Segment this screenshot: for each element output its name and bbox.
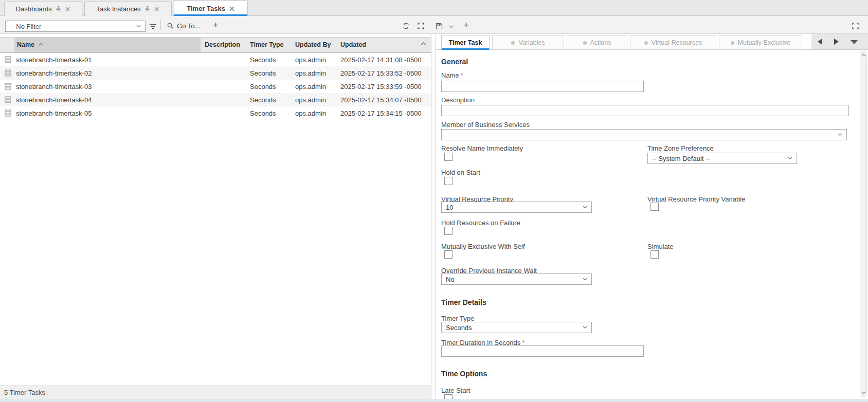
name-field[interactable] [441,81,644,92]
timer-duration-in-seconds-field[interactable] [441,345,644,357]
tab-picker-icon[interactable] [851,40,858,44]
tab-mutually-exclusive[interactable]: Mutually Exclusive [719,35,802,50]
hold-resources-on-failure-checkbox[interactable] [444,227,453,235]
member-of-business-services-field[interactable] [441,129,847,140]
name-label: Name* [441,71,463,79]
chevron-down-icon [136,25,141,28]
close-icon[interactable]: ✕ [229,5,235,12]
cell-updated: 2025-02-17 15:33:59 -0500 [340,83,422,90]
time-zone-preference-select[interactable]: -- System Default -- [647,153,797,164]
tab-timer-task[interactable]: Timer Task [441,35,490,50]
column-header-name[interactable]: Name [17,41,43,48]
add-filter-icon[interactable]: + [213,20,219,30]
app-window: Dashboards ✕ Task Instances ✕ Timer Task… [0,0,868,402]
cell-updated: 2025-02-17 15:34:07 -0500 [340,96,422,104]
resolve-name-immediately-checkbox[interactable] [444,153,453,161]
filter-value: -- No Filter -- [10,23,48,30]
cell-timer-type: Seconds [250,56,276,64]
cell-name: stonebranch-timertask-05 [16,109,92,117]
close-icon[interactable]: ✕ [154,6,160,13]
virtual-resource-priority-variable-checkbox[interactable] [650,203,659,211]
timer-tasks-list-panel: Name Description Timer Type Updated By U… [0,34,431,399]
close-icon[interactable]: ✕ [65,6,71,13]
cell-timer-type: Seconds [250,69,276,77]
column-header-timer-type[interactable]: Timer Type [250,41,284,48]
virtual-resource-priority-variable-label: Virtual Resource Priority Variable [647,195,745,203]
mutually-exclusive-with-self-checkbox[interactable] [444,250,453,259]
tab-virtual-resources[interactable]: Virtual Resources [630,35,716,50]
simulate-checkbox[interactable] [650,250,659,259]
table-row[interactable]: stonebranch-timertask-02 Seconds ops.adm… [0,66,431,80]
table-row[interactable]: stonebranch-timertask-01 Seconds ops.adm… [0,53,431,66]
chevron-down-icon [583,326,587,329]
simulate-label: Simulate [647,243,674,250]
scroll-down-icon[interactable] [861,391,866,394]
description-label: Description [441,96,475,104]
cell-updated-by: ops.admin [295,69,326,77]
hold-on-start-checkbox[interactable] [444,177,453,185]
tab-dot-icon [511,41,515,45]
column-header-updated-by[interactable]: Updated By [295,41,331,48]
tab-label: Task Instances [97,5,141,13]
tab-scroll-right-icon[interactable] [834,39,839,45]
new-task-icon[interactable]: + [463,20,469,30]
pin-icon[interactable] [144,6,150,12]
cell-name: stonebranch-timertask-03 [16,83,92,90]
fullscreen-icon[interactable] [852,23,859,29]
pin-icon[interactable] [56,6,61,12]
cell-updated-by: ops.admin [295,109,326,117]
cell-name: stonebranch-timertask-02 [16,69,92,77]
detail-scrollbar[interactable] [860,51,867,397]
cell-timer-type: Seconds [250,83,276,90]
task-details-icon[interactable] [5,56,11,63]
late-start-label: Late Start [441,387,470,394]
tab-task-instances[interactable]: Task Instances ✕ [84,2,172,16]
description-field[interactable] [441,105,849,116]
tab-variables[interactable]: Variables [492,35,564,50]
section-time-options: Time Options [441,370,487,378]
save-menu-chevron-icon[interactable] [449,25,454,28]
section-general: General [441,58,468,66]
column-header-updated[interactable]: Updated [340,41,366,48]
tab-dot-icon [644,41,648,45]
detail-tab-strip: Timer Task Variables Actions Virtual Res… [436,34,868,50]
table-row[interactable]: stonebranch-timertask-03 Seconds ops.adm… [0,80,431,93]
tab-timer-tasks[interactable]: Timer Tasks ✕ [174,1,248,16]
toolbar: -- No Filter -- Go To... + + [0,16,868,34]
table-row[interactable]: stonebranch-timertask-05 Seconds ops.adm… [0,106,431,120]
tab-dashboards[interactable]: Dashboards ✕ [4,2,82,16]
expand-grid-icon[interactable] [418,23,424,29]
late-start-checkbox[interactable] [444,394,453,399]
tab-scroll-left-icon[interactable] [818,39,822,45]
save-layout-icon[interactable] [436,23,443,30]
refresh-icon[interactable] [403,23,409,29]
scroll-up-icon[interactable] [861,53,866,57]
task-details-icon[interactable] [5,109,11,117]
mutually-exclusive-with-self-label: Mutually Exclusive With Self [441,243,525,250]
cell-timer-type: Seconds [250,96,276,104]
go-to-button[interactable]: Go To... [177,22,200,30]
virtual-resource-priority-select[interactable]: 10 [441,202,592,213]
tab-actions[interactable]: Actions [567,35,627,50]
chevron-down-icon [788,157,792,160]
grid-header: Name Description Timer Type Updated By U… [0,37,431,53]
collapse-header-icon[interactable] [421,42,426,46]
filter-lines-icon[interactable] [149,24,157,29]
task-details-icon[interactable] [5,83,11,90]
search-icon[interactable] [167,23,174,29]
task-details-icon[interactable] [5,96,11,103]
chevron-down-icon [838,133,842,136]
override-previous-instance-wait-select[interactable]: No [441,273,592,285]
task-detail-panel: Timer Task Variables Actions Virtual Res… [436,34,868,399]
hold-on-start-label: Hold on Start [441,169,480,176]
tab-dot-icon [583,41,587,45]
filter-select[interactable]: -- No Filter -- [5,21,146,32]
toolbar-separator [207,20,207,30]
active-tab-underline [442,48,489,50]
table-row[interactable]: stonebranch-timertask-04 Seconds ops.adm… [0,93,431,106]
status-bar: 5 Timer Tasks [0,386,431,399]
column-header-description[interactable]: Description [205,41,240,48]
timer-type-select[interactable]: Seconds [441,322,592,333]
chevron-down-icon [583,278,587,281]
task-details-icon[interactable] [5,69,11,77]
